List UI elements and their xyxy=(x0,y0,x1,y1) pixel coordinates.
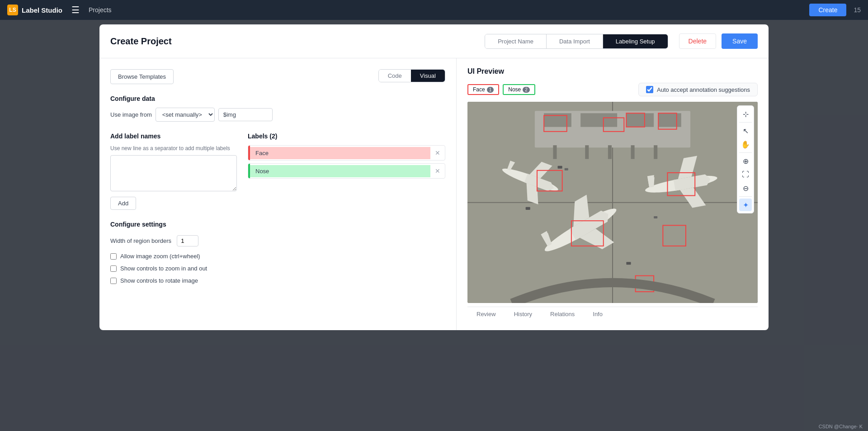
zoom-out-btn[interactable]: ⊖ xyxy=(739,182,752,194)
image-path-input[interactable] xyxy=(218,108,273,121)
pan-tool-btn[interactable]: ✋ xyxy=(739,138,752,151)
auto-accept-row: Auto accept annotation suggestions xyxy=(638,83,758,96)
topbar: LS Label Studio ☰ Projects Create 15 xyxy=(0,0,868,20)
toolbar-divider-3 xyxy=(739,196,752,197)
history-btn[interactable]: History xyxy=(505,307,541,321)
face-chip[interactable]: Face 1 xyxy=(467,84,499,95)
logo-icon: LS xyxy=(7,5,18,15)
zoom-checkbox-row: Allow image zoom (ctrl+wheel) xyxy=(110,253,445,260)
preview-top: Face 1 Nose 2 Auto accept annotation sug… xyxy=(467,83,758,96)
label-text-nose: Nose xyxy=(250,165,430,177)
left-panel: Browse Templates Code Visual Configure d… xyxy=(99,58,457,330)
svg-rect-7 xyxy=(626,113,654,127)
zoom-controls-checkbox[interactable] xyxy=(110,265,117,272)
add-labels-subtitle: Use new line as a separator to add multi… xyxy=(110,145,237,152)
nose-chip-count: 2 xyxy=(523,87,530,93)
info-btn[interactable]: Info xyxy=(584,307,612,321)
label-item-face: Face ✕ xyxy=(248,145,445,161)
preview-image-container: ⊹ ↖ ✋ ⊕ ⛶ ⊖ ✦ xyxy=(467,102,758,303)
face-chip-label: Face xyxy=(473,86,485,93)
toolbar-divider-2 xyxy=(739,152,752,153)
configure-data-row: Use image from <set manually> xyxy=(110,108,445,122)
preview-bottom: Review History Relations Info xyxy=(467,307,758,321)
ui-preview-title: UI Preview xyxy=(467,67,758,76)
preview-toolbar: ⊹ ↖ ✋ ⊕ ⛶ ⊖ ✦ xyxy=(737,105,754,213)
allow-zoom-checkbox[interactable] xyxy=(110,253,117,260)
auto-accept-label: Auto accept annotation suggestions xyxy=(657,86,750,93)
svg-rect-12 xyxy=(631,145,634,159)
add-labels-button[interactable]: Add xyxy=(110,197,136,210)
labels-textarea[interactable] xyxy=(110,155,237,191)
logo: LS Label Studio xyxy=(7,5,62,15)
preview-labels: Face 1 Nose 2 xyxy=(467,84,535,95)
face-chip-count: 1 xyxy=(487,87,494,93)
label-item-nose: Nose ✕ xyxy=(248,163,445,179)
svg-rect-31 xyxy=(558,166,562,169)
svg-rect-13 xyxy=(654,145,657,159)
delete-button[interactable]: Delete xyxy=(679,33,716,49)
watermark: CSDN @Change· K xyxy=(819,424,863,429)
top-row: Browse Templates Code Visual xyxy=(110,69,445,95)
step-data-import[interactable]: Data Import xyxy=(547,34,603,48)
label-remove-nose[interactable]: ✕ xyxy=(430,165,445,177)
add-labels-left: Add label names Use new line as a separa… xyxy=(110,133,237,210)
visual-toggle-button[interactable]: Visual xyxy=(411,70,445,82)
configure-data-title: Configure data xyxy=(110,95,445,102)
aerial-image xyxy=(467,102,758,303)
nose-chip[interactable]: Nose 2 xyxy=(503,84,535,95)
modal-header: Create Project Project Name Data Import … xyxy=(99,24,769,58)
logo-text: Label Studio xyxy=(22,6,62,14)
move-tool-btn[interactable]: ⊹ xyxy=(739,108,752,120)
projects-link[interactable]: Projects xyxy=(89,6,112,14)
svg-rect-34 xyxy=(654,216,657,218)
code-toggle-button[interactable]: Code xyxy=(379,70,411,82)
settings-tool-btn[interactable]: ✦ xyxy=(739,199,752,211)
settings-section: Configure settings Width of region borde… xyxy=(110,221,445,284)
add-labels-title: Add label names xyxy=(110,133,237,140)
rotate-label: Show controls to rotate image xyxy=(120,277,198,284)
labels-list: Labels (2) Face ✕ Nose ✕ xyxy=(248,133,445,210)
rotate-checkbox-row: Show controls to rotate image xyxy=(110,277,445,284)
create-project-modal: Create Project Project Name Data Import … xyxy=(99,24,769,330)
labels-count-title: Labels (2) xyxy=(248,133,445,140)
zoom-in-btn[interactable]: ⊕ xyxy=(739,155,752,167)
svg-rect-33 xyxy=(626,262,631,265)
modal-title: Create Project xyxy=(110,36,172,47)
svg-rect-35 xyxy=(526,207,530,210)
browse-templates-button[interactable]: Browse Templates xyxy=(110,69,174,84)
step-project-name[interactable]: Project Name xyxy=(485,34,547,48)
width-label: Width of region borders xyxy=(110,237,171,244)
modal-steps: Project Name Data Import Labeling Setup xyxy=(485,34,668,49)
menu-icon[interactable]: ☰ xyxy=(70,3,81,17)
svg-rect-9 xyxy=(553,145,557,159)
add-labels-section: Add label names Use new line as a separa… xyxy=(110,133,445,210)
nose-chip-label: Nose xyxy=(508,86,521,93)
modal-body: Browse Templates Code Visual Configure d… xyxy=(99,58,769,330)
svg-rect-11 xyxy=(608,145,612,159)
width-input[interactable] xyxy=(177,235,198,246)
use-image-from-select[interactable]: <set manually> xyxy=(156,108,215,122)
zoom-controls-checkbox-row: Show controls to zoom in and out xyxy=(110,265,445,272)
rotate-checkbox[interactable] xyxy=(110,278,117,284)
select-tool-btn[interactable]: ↖ xyxy=(739,124,752,137)
allow-zoom-label: Allow image zoom (ctrl+wheel) xyxy=(120,253,200,260)
use-image-from-label: Use image from xyxy=(110,111,152,118)
topbar-create-button[interactable]: Create xyxy=(809,4,846,16)
review-btn[interactable]: Review xyxy=(467,307,505,321)
step-labeling-setup[interactable]: Labeling Setup xyxy=(603,34,668,48)
save-button[interactable]: Save xyxy=(722,33,758,49)
zoom-controls-label: Show controls to zoom in and out xyxy=(120,265,207,272)
auto-accept-checkbox[interactable] xyxy=(646,86,653,93)
fit-btn[interactable]: ⛶ xyxy=(739,168,752,181)
settings-title: Configure settings xyxy=(110,221,445,228)
svg-rect-6 xyxy=(580,113,617,127)
svg-rect-10 xyxy=(585,145,589,159)
svg-rect-32 xyxy=(565,168,568,171)
right-panel: UI Preview Face 1 Nose 2 xyxy=(457,58,769,330)
code-visual-toggle: Code Visual xyxy=(378,69,445,82)
toolbar-divider-1 xyxy=(739,122,752,123)
modal-actions: Delete Save xyxy=(679,33,758,49)
label-remove-face[interactable]: ✕ xyxy=(430,147,445,159)
relations-btn[interactable]: Relations xyxy=(541,307,584,321)
topbar-number: 15 xyxy=(854,6,861,14)
